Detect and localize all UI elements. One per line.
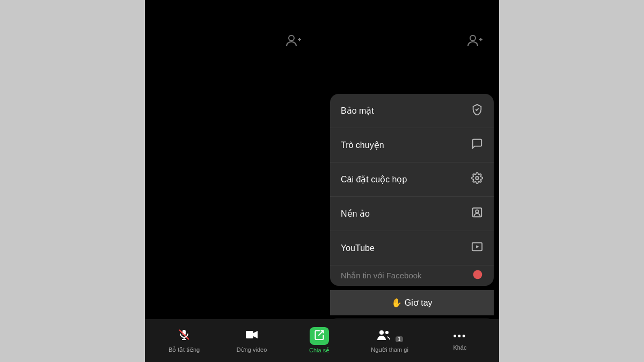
toolbar-more-label: Khác [453,344,466,351]
menu-item-youtube[interactable]: YouTube [330,231,494,265]
menu-item-security-label: Bảo mật [341,106,374,116]
more-icon: ••• [453,331,466,342]
svg-marker-17 [253,331,258,338]
participants-badge: 1 [396,336,403,342]
svg-point-18 [379,330,384,335]
mute-icon [178,328,191,344]
menu-item-settings[interactable]: Cài đặt cuộc họp [330,162,494,197]
add-participant-right[interactable] [466,32,483,53]
svg-point-0 [289,35,294,41]
toolbar-participants-label: Người tham gi [371,346,408,353]
svg-rect-16 [246,331,253,338]
toolbar-video-label: Dừng video [237,346,267,353]
menu-item-partial[interactable]: Nhắn tin với Facebook [330,265,494,286]
menu-item-settings-label: Cài đặt cuộc họp [341,174,407,184]
toolbar-item-share[interactable]: Chia sẻ [303,327,335,354]
toolbar-item-participants[interactable]: 1 Người tham gi [371,328,408,353]
toolbar-item-more[interactable]: ••• Khác [444,331,476,351]
svg-point-19 [385,331,389,334]
menu-item-youtube-label: YouTube [341,243,375,253]
menu-item-virtual-bg[interactable]: Nền ảo [330,197,494,231]
toolbar-share-label: Chia sẻ [309,347,330,354]
video-icon [245,328,259,344]
menu-item-security[interactable]: Bảo mật [330,94,494,128]
phone-container: Bảo mật Trò chuyện [145,0,499,362]
bottom-toolbar: Bỏ tắt tiếng Dừng video Chia sẻ [145,319,499,362]
video-area: Bảo mật Trò chuyện [145,0,499,333]
gear-icon [471,172,483,187]
virtual-bg-icon [471,206,483,221]
menu-item-partial-label: Nhắn tin với Facebook [341,271,422,280]
raise-hand-button[interactable]: ✋ Giơ tay [330,290,494,315]
play-icon [471,241,483,255]
shield-icon [471,104,483,118]
toolbar-item-mute[interactable]: Bỏ tắt tiếng [168,328,200,353]
toolbar-mute-label: Bỏ tắt tiếng [169,346,200,353]
add-participant-left[interactable] [284,32,302,53]
svg-point-11 [473,270,482,279]
svg-point-3 [470,35,475,41]
toolbar-item-video[interactable]: Dừng video [236,328,268,353]
menu-panel: Bảo mật Trò chuyện [330,94,494,286]
menu-item-virtual-bg-label: Nền ảo [341,209,370,219]
svg-marker-10 [476,245,479,248]
menu-item-chat[interactable]: Trò chuyện [330,128,494,162]
menu-item-chat-label: Trò chuyện [341,140,384,150]
partial-icon [472,269,483,283]
svg-point-8 [475,210,479,213]
chat-icon [471,138,483,152]
participants-icon: 1 [376,328,403,344]
svg-point-6 [475,176,479,180]
share-icon [310,327,329,345]
